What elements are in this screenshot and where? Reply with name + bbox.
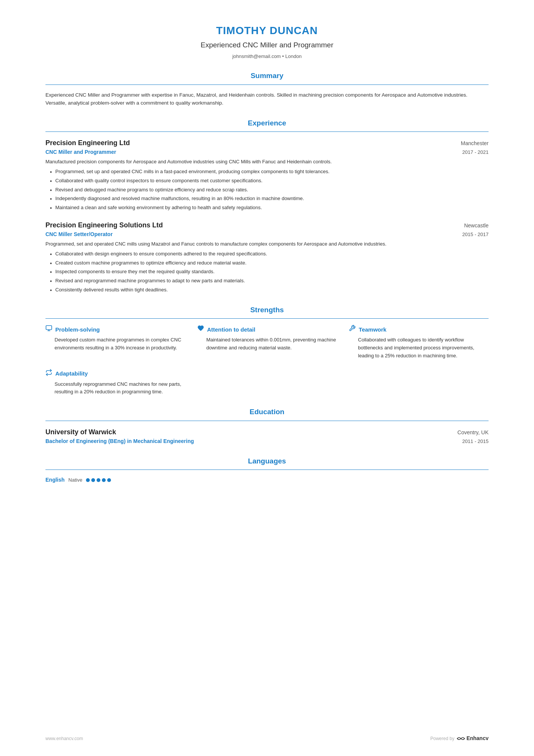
languages-section: Languages English Native [45, 456, 489, 484]
resume-page: TIMOTHY DUNCAN Experienced CNC Miller an… [0, 0, 534, 756]
edu-school-1: University of Warwick [45, 427, 116, 437]
footer-website: www.enhancv.com [45, 735, 83, 742]
strength-title-1: Problem-solving [55, 326, 100, 334]
exp-entry-1: Precision Engineering Ltd Manchester CNC… [45, 138, 489, 212]
edu-dates-1: 2011 - 2015 [462, 438, 489, 445]
experience-divider [45, 131, 489, 132]
strength-title-2: Attention to detail [207, 326, 256, 334]
experience-section: Experience Precision Engineering Ltd Man… [45, 118, 489, 294]
strengths-title: Strengths [45, 305, 489, 316]
summary-section: Summary Experienced CNC Miller and Progr… [45, 70, 489, 107]
strength-title-4: Adaptability [55, 369, 88, 378]
languages-divider [45, 470, 489, 470]
experience-title: Experience [45, 118, 489, 129]
footer-powered: Powered by Enhancv [430, 734, 489, 742]
strength-header-4: Adaptability [45, 369, 185, 379]
bullet-item: Collaborated with design engineers to en… [50, 250, 489, 258]
exp-sub-2: CNC Miller Setter/Operator 2015 - 2017 [45, 230, 489, 238]
exp-bullets-1: Programmed, set up and operated CNC mill… [45, 168, 489, 212]
edu-degree-1: Bachelor of Engineering (BEng) in Mechan… [45, 437, 194, 445]
enhancv-icon [457, 736, 465, 741]
exp-location-2: Newcastle [464, 222, 489, 230]
exp-company-1: Precision Engineering Ltd [45, 138, 130, 148]
lang-dots-1 [86, 478, 111, 482]
problem-solving-icon [45, 325, 52, 334]
enhancv-brand: Enhancv [467, 734, 489, 742]
header: TIMOTHY DUNCAN Experienced CNC Miller an… [45, 23, 489, 60]
exp-header-1: Precision Engineering Ltd Manchester [45, 138, 489, 148]
edu-sub-1: Bachelor of Engineering (BEng) in Mechan… [45, 437, 489, 445]
bullet-item: Revised and reprogrammed machine program… [50, 277, 489, 285]
exp-role-2: CNC Miller Setter/Operator [45, 230, 112, 238]
exp-header-2: Precision Engineering Solutions Ltd Newc… [45, 220, 489, 230]
strength-header-2: Attention to detail [197, 325, 337, 334]
education-section: Education University of Warwick Coventry… [45, 407, 489, 445]
education-title: Education [45, 407, 489, 418]
strengths-section: Strengths Problem-solving Developed cust… [45, 305, 489, 396]
exp-dates-2: 2015 - 2017 [462, 231, 489, 238]
enhancv-logo: Enhancv [457, 734, 489, 742]
strength-adaptability: Adaptability Successfully reprogrammed C… [45, 369, 185, 396]
adaptability-icon [45, 369, 52, 379]
strength-desc-3: Collaborated with colleagues to identify… [349, 336, 489, 360]
candidate-contact: johnsmith@email.com • London [45, 53, 489, 60]
exp-sub-1: CNC Miller and Programmer 2017 - 2021 [45, 148, 489, 156]
lang-row-1: English Native [45, 476, 489, 484]
bullet-item: Inspected components to ensure they met … [50, 268, 489, 276]
powered-by-text: Powered by [430, 735, 454, 742]
exp-company-2: Precision Engineering Solutions Ltd [45, 220, 163, 230]
strengths-grid: Problem-solving Developed custom machine… [45, 325, 489, 396]
summary-title: Summary [45, 70, 489, 81]
exp-bullets-2: Collaborated with design engineers to en… [45, 250, 489, 294]
bullet-item: Revised and debugged machine programs to… [50, 186, 489, 194]
exp-location-1: Manchester [461, 139, 489, 147]
bullet-item: Consistently delivered results within ti… [50, 286, 489, 294]
exp-desc-2: Programmed, set and operated CNC mills u… [45, 240, 489, 248]
bullet-item: Collaborated with quality control inspec… [50, 177, 489, 185]
lang-name-1: English [45, 476, 65, 484]
svg-rect-0 [46, 326, 52, 330]
strengths-divider [45, 318, 489, 319]
exp-role-1: CNC Miller and Programmer [45, 148, 116, 156]
attention-icon [197, 325, 204, 334]
edu-entry-1: University of Warwick Coventry, UK Bache… [45, 427, 489, 445]
exp-entry-2: Precision Engineering Solutions Ltd Newc… [45, 220, 489, 294]
lang-dot [107, 478, 111, 482]
strength-desc-1: Developed custom machine programmes in c… [45, 336, 185, 352]
bullet-item: Maintained a clean and safe working envi… [50, 204, 489, 212]
bullet-item: Created custom machine programmes to opt… [50, 259, 489, 267]
footer: www.enhancv.com Powered by Enhancv [45, 734, 489, 742]
lang-dot [91, 478, 95, 482]
lang-dot [102, 478, 106, 482]
candidate-name: TIMOTHY DUNCAN [45, 23, 489, 39]
strength-header-1: Problem-solving [45, 325, 185, 334]
strength-title-3: Teamwork [359, 326, 386, 334]
lang-dot [86, 478, 90, 482]
strength-desc-2: Maintained tolerances within 0.001mm, pr… [197, 336, 337, 352]
languages-title: Languages [45, 456, 489, 467]
education-divider [45, 421, 489, 421]
teamwork-icon [349, 325, 356, 334]
strength-teamwork: Teamwork Collaborated with colleagues to… [349, 325, 489, 360]
strength-desc-4: Successfully reprogrammed CNC machines f… [45, 380, 185, 396]
strength-problem-solving: Problem-solving Developed custom machine… [45, 325, 185, 360]
lang-dot [97, 478, 100, 482]
strength-header-3: Teamwork [349, 325, 489, 334]
strength-attention-to-detail: Attention to detail Maintained tolerance… [197, 325, 337, 360]
summary-divider [45, 85, 489, 85]
edu-header-1: University of Warwick Coventry, UK [45, 427, 489, 437]
exp-desc-1: Manufactured precision components for Ae… [45, 158, 489, 166]
exp-dates-1: 2017 - 2021 [462, 149, 489, 156]
summary-text: Experienced CNC Miller and Programmer wi… [45, 91, 489, 107]
edu-location-1: Coventry, UK [457, 429, 489, 437]
bullet-item: Independently diagnosed and resolved mac… [50, 195, 489, 203]
candidate-title: Experienced CNC Miller and Programmer [45, 40, 489, 51]
lang-level-1: Native [69, 476, 83, 484]
bullet-item: Programmed, set up and operated CNC mill… [50, 168, 489, 176]
